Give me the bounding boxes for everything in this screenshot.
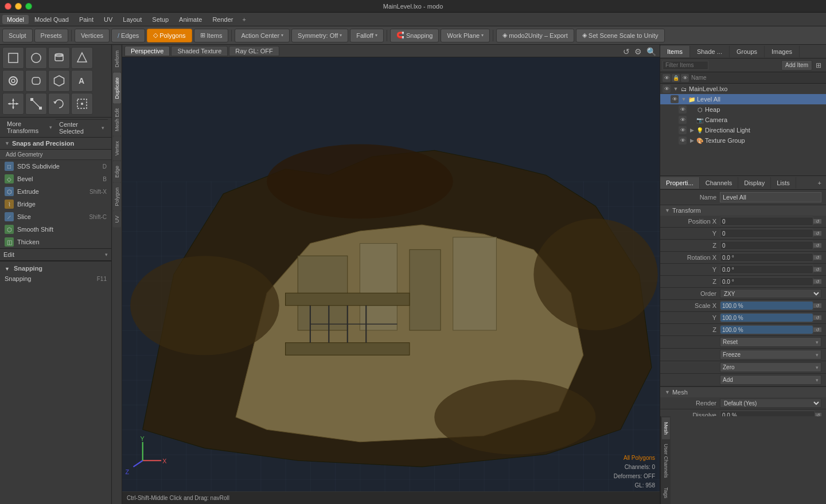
transform-section-header[interactable]: ▼ Transform xyxy=(660,205,826,216)
snapping-button[interactable]: 🧲 Snapping xyxy=(390,29,439,42)
mesh-section-header[interactable]: ▼ Mesh xyxy=(660,387,826,397)
position-z-slider[interactable]: 0 xyxy=(720,241,813,250)
add-geometry-button[interactable]: Add Geometry xyxy=(0,150,111,160)
menu-item-uv[interactable]: UV xyxy=(99,15,117,24)
freeze-button[interactable]: Freeze ▾ xyxy=(720,350,821,360)
tree-item-texgroup[interactable]: 👁 ▶ 🎨 Texture Group xyxy=(660,135,826,146)
viewport-settings-icon[interactable]: ⚙ xyxy=(633,46,643,57)
scale-x-reset[interactable]: ↺ xyxy=(813,303,821,308)
tree-item-mainlevel[interactable]: 👁 ▼ 🗂 MainLevel.lxo xyxy=(660,84,826,94)
symmetry-button[interactable]: Symmetry: Off ▾ xyxy=(291,29,348,42)
rotation-x-slider[interactable]: 0.0 ° xyxy=(720,253,813,262)
rotation-z-reset[interactable]: ↺ xyxy=(813,279,821,284)
tool-cone[interactable] xyxy=(71,47,93,69)
scale-x-slider[interactable]: 100.0 % xyxy=(720,301,813,310)
rp-tab-images[interactable]: Images xyxy=(765,46,800,57)
viewport-search-icon[interactable]: 🔍 xyxy=(645,46,657,57)
vtab-uv[interactable]: UV xyxy=(113,211,121,228)
items-button[interactable]: ⊞ Items xyxy=(194,29,229,42)
falloff-button[interactable]: Falloff ▾ xyxy=(350,29,384,42)
add-item-button[interactable]: Add Item xyxy=(781,60,812,71)
close-button[interactable] xyxy=(5,3,11,10)
scale-z-reset[interactable]: ↺ xyxy=(813,327,821,332)
work-plane-button[interactable]: Work Plane ▾ xyxy=(441,29,490,42)
thicken-tool[interactable]: ◫ Thicken xyxy=(0,236,111,248)
eye-icon-mainlevel[interactable]: 👁 xyxy=(663,85,671,93)
menu-item-render[interactable]: Render xyxy=(208,15,237,24)
menu-item-setup[interactable]: Setup xyxy=(147,15,173,24)
menu-item-animate[interactable]: Animate xyxy=(174,15,206,24)
props-tab-lists[interactable]: Lists xyxy=(771,177,796,189)
rotation-x-reset[interactable]: ↺ xyxy=(813,255,821,260)
polygons-button[interactable]: ◇ Polygons xyxy=(147,29,192,42)
rvtab-tags[interactable]: Tags xyxy=(662,483,670,503)
3d-viewport[interactable]: Perspective Shaded Texture Ray GL: OFF ↺… xyxy=(122,45,660,504)
modo2unity-button[interactable]: ◈ modo2Unity – Export xyxy=(496,29,574,42)
position-z-reset[interactable]: ↺ xyxy=(813,243,821,248)
render-eye-icon[interactable]: 👁 xyxy=(681,74,689,82)
tool-disc[interactable] xyxy=(48,70,70,92)
tool-sphere[interactable] xyxy=(25,47,47,69)
action-center-button[interactable]: Action Center ▾ xyxy=(235,29,290,42)
expand-dirlight[interactable]: ▶ xyxy=(689,127,695,133)
vtab-duplicate[interactable]: Duplicate xyxy=(113,73,121,104)
props-add-button[interactable]: + xyxy=(813,177,826,189)
menu-item-layout[interactable]: Layout xyxy=(118,15,146,24)
rotation-y-reset[interactable]: ↺ xyxy=(813,267,821,272)
eye-icon-texgroup[interactable]: 👁 xyxy=(679,136,687,144)
tool-transform[interactable] xyxy=(71,93,93,115)
position-y-reset[interactable]: ↺ xyxy=(813,231,821,236)
props-tab-properties[interactable]: Properti... xyxy=(660,177,700,189)
rotation-z-slider[interactable]: 0.0 ° xyxy=(720,277,813,286)
tool-move[interactable] xyxy=(2,93,24,115)
smooth-shift-tool[interactable]: ⬡ Smooth Shift xyxy=(0,223,111,236)
render-select[interactable]: Default (Yes) xyxy=(720,398,821,408)
tool-scale[interactable] xyxy=(25,93,47,115)
snaps-precision-section[interactable]: ▼ Snaps and Precision xyxy=(0,138,111,150)
tree-item-camera[interactable]: 👁 📷 Camera xyxy=(660,115,826,125)
bevel-tool[interactable]: ◇ Bevel B xyxy=(0,173,111,185)
props-tab-channels[interactable]: Channels xyxy=(700,177,738,189)
presets-button[interactable]: Presets xyxy=(34,29,68,42)
menu-item-model-quad[interactable]: Model Quad xyxy=(30,15,73,24)
order-select[interactable]: ZXY xyxy=(720,289,821,298)
rotation-y-slider[interactable]: 0.0 ° xyxy=(720,265,813,274)
lock-icon[interactable]: 🔒 xyxy=(672,74,680,82)
eye-icon-dirlight[interactable]: 👁 xyxy=(679,126,687,134)
sds-subdivide-tool[interactable]: □ SDS Subdivide D xyxy=(0,160,111,173)
rvtab-mesh[interactable]: Mesh xyxy=(662,417,670,439)
rp-tab-shade[interactable]: Shade ... xyxy=(690,46,730,57)
filter-items-input[interactable] xyxy=(663,61,708,70)
viewport-tab-raygl[interactable]: Ray GL: OFF xyxy=(229,46,279,56)
snapping-title[interactable]: ▼ Snapping xyxy=(5,265,107,272)
extrude-tool[interactable]: ⬡ Extrude Shift-X xyxy=(0,185,111,198)
eye-icon-camera[interactable]: 👁 xyxy=(679,116,687,124)
eye-icon-heap[interactable]: 👁 xyxy=(679,106,687,114)
menu-item-model[interactable]: Model xyxy=(2,15,29,24)
slice-tool[interactable]: ⟋ Slice Shift-C xyxy=(0,210,111,223)
more-transforms-label[interactable]: More Transforms xyxy=(7,120,49,134)
position-x-reset[interactable]: ↺ xyxy=(813,219,821,224)
right-panel-expand-icon[interactable]: ⊞ xyxy=(813,61,824,69)
sculpt-button[interactable]: Sculpt xyxy=(2,29,33,42)
scale-y-slider[interactable]: 100.0 % xyxy=(720,313,813,322)
visibility-icon[interactable]: 👁 xyxy=(663,74,671,82)
props-tab-display[interactable]: Display xyxy=(738,177,771,189)
rp-tab-items[interactable]: Items xyxy=(660,46,690,57)
edges-button[interactable]: / Edges xyxy=(111,29,145,42)
tool-cylinder[interactable] xyxy=(48,47,70,69)
minimize-button[interactable] xyxy=(15,3,22,10)
zero-button[interactable]: Zero ▾ xyxy=(720,362,821,372)
eye-icon-levelall[interactable]: 👁 xyxy=(671,95,679,103)
reset-button[interactable]: Reset ▾ xyxy=(720,337,821,347)
window-controls[interactable] xyxy=(5,3,32,10)
edit-label[interactable]: Edit xyxy=(3,251,14,258)
expand-levelall[interactable]: ▼ xyxy=(681,96,687,102)
more-transforms-arrow[interactable]: ▾ xyxy=(49,124,52,130)
viewport-tab-perspective[interactable]: Perspective xyxy=(124,46,170,56)
vtab-mesh-edit[interactable]: Mesh Edit xyxy=(113,104,121,136)
tree-item-dirlight[interactable]: 👁 ▶ 💡 Directional Light xyxy=(660,125,826,135)
set-scene-button[interactable]: ◈ Set Scene Scale to Unity xyxy=(576,29,665,42)
maximize-button[interactable] xyxy=(25,3,32,10)
tool-torus[interactable] xyxy=(2,70,24,92)
